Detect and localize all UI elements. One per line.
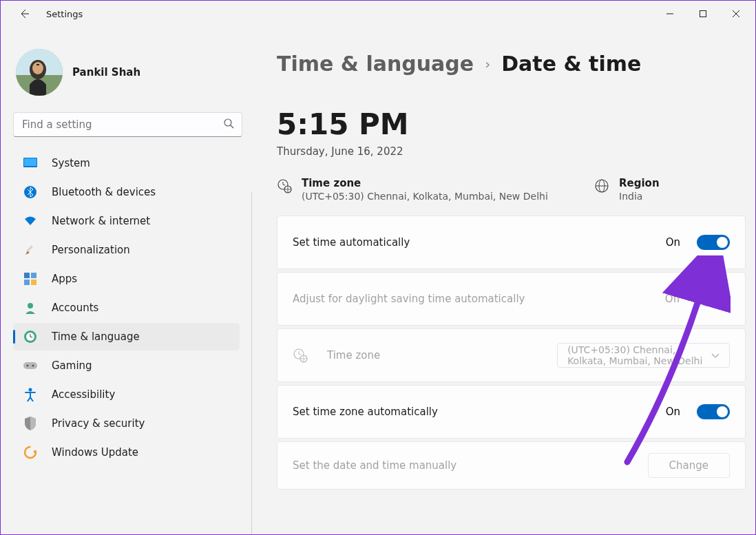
breadcrumb: Time & language › Date & time bbox=[277, 52, 746, 76]
accessibility-icon bbox=[23, 387, 38, 402]
current-time: 5:15 PM bbox=[277, 107, 746, 141]
sidebar-item-system[interactable]: System bbox=[13, 149, 240, 177]
svg-rect-13 bbox=[24, 158, 36, 166]
select-value: (UTC+05:30) Chennai, Kolkata, Mumbai, Ne… bbox=[567, 344, 711, 366]
page-title: Date & time bbox=[501, 52, 641, 76]
svg-rect-18 bbox=[24, 280, 30, 285]
sidebar-item-label: System bbox=[52, 157, 90, 169]
globe-icon bbox=[594, 178, 609, 193]
main-content: Time & language › Date & time 5:15 PM Th… bbox=[252, 27, 755, 534]
nav-list: System Bluetooth & devices Network & int… bbox=[13, 149, 245, 466]
avatar bbox=[16, 49, 63, 96]
sidebar-item-label: Personalization bbox=[52, 244, 130, 256]
card-label: Time zone bbox=[327, 349, 380, 361]
search-input[interactable] bbox=[13, 112, 242, 137]
gaming-icon bbox=[23, 358, 38, 373]
sidebar-item-accounts[interactable]: Accounts bbox=[13, 294, 240, 322]
back-button[interactable] bbox=[14, 4, 34, 23]
card-label: Set the date and time manually bbox=[293, 459, 456, 472]
sidebar-item-bluetooth[interactable]: Bluetooth & devices bbox=[13, 178, 240, 206]
toggle-state: Off bbox=[665, 293, 680, 305]
svg-point-28 bbox=[29, 388, 32, 392]
titlebar: Settings bbox=[1, 1, 755, 27]
svg-rect-1 bbox=[700, 11, 706, 17]
sidebar-item-label: Time & language bbox=[52, 331, 140, 343]
svg-rect-16 bbox=[24, 273, 30, 278]
sidebar-item-label: Gaming bbox=[52, 359, 92, 372]
update-icon bbox=[23, 445, 38, 460]
toggle-set-time-auto[interactable] bbox=[697, 235, 730, 250]
sidebar-item-label: Network & internet bbox=[52, 215, 150, 227]
card-manual-datetime: Set the date and time manually Change bbox=[277, 441, 746, 490]
sidebar-item-label: Accounts bbox=[52, 302, 98, 314]
svg-point-10 bbox=[224, 119, 231, 126]
chevron-right-icon: › bbox=[485, 56, 490, 72]
toggle-state: On bbox=[666, 236, 680, 249]
toggle-dst-auto bbox=[697, 291, 730, 306]
sidebar-item-gaming[interactable]: Gaming bbox=[13, 352, 240, 379]
card-timezone-select: Time zone (UTC+05:30) Chennai, Kolkata, … bbox=[277, 328, 746, 382]
card-set-tz-auto: Set time zone automatically On bbox=[277, 385, 746, 439]
breadcrumb-parent[interactable]: Time & language bbox=[277, 52, 474, 76]
svg-rect-19 bbox=[31, 280, 36, 285]
svg-line-11 bbox=[231, 125, 233, 128]
chevron-down-icon bbox=[711, 350, 720, 361]
sidebar-item-apps[interactable]: Apps bbox=[13, 265, 240, 293]
info-label: Region bbox=[619, 177, 660, 189]
info-value: (UTC+05:30) Chennai, Kolkata, Mumbai, Ne… bbox=[302, 191, 548, 202]
svg-point-20 bbox=[28, 303, 33, 308]
settings-cards: Set time automatically On Adjust for day… bbox=[277, 216, 746, 490]
change-button[interactable]: Change bbox=[648, 453, 730, 478]
region-info[interactable]: Region India bbox=[594, 177, 746, 202]
toggle-state: On bbox=[666, 406, 680, 418]
search-icon bbox=[223, 118, 234, 132]
timezone-select[interactable]: (UTC+05:30) Chennai, Kolkata, Mumbai, Ne… bbox=[557, 343, 730, 368]
info-value: India bbox=[619, 191, 660, 202]
sidebar: Pankil Shah System Bluetooth & devices N… bbox=[1, 27, 252, 534]
info-row: Time zone (UTC+05:30) Chennai, Kolkata, … bbox=[277, 177, 746, 202]
card-label: Set time automatically bbox=[293, 236, 410, 249]
shield-icon bbox=[23, 416, 38, 431]
bluetooth-icon bbox=[23, 185, 38, 200]
user-account[interactable]: Pankil Shah bbox=[16, 49, 245, 96]
user-name: Pankil Shah bbox=[72, 66, 140, 78]
wifi-icon bbox=[23, 213, 38, 229]
svg-line-40 bbox=[299, 354, 301, 355]
current-date: Thursday, June 16, 2022 bbox=[277, 145, 746, 158]
paintbrush-icon bbox=[23, 242, 38, 258]
sidebar-item-time-language[interactable]: Time & language bbox=[13, 323, 240, 350]
info-label: Time zone bbox=[302, 177, 548, 189]
svg-line-33 bbox=[283, 185, 285, 185]
sidebar-item-windows-update[interactable]: Windows Update bbox=[13, 439, 240, 466]
sidebar-item-label: Bluetooth & devices bbox=[52, 186, 156, 198]
card-set-time-auto: Set time automatically On bbox=[277, 216, 746, 269]
sidebar-item-label: Apps bbox=[52, 273, 77, 285]
minimize-button[interactable] bbox=[653, 3, 686, 25]
card-label: Set time zone automatically bbox=[293, 406, 438, 418]
window-title: Settings bbox=[46, 9, 83, 19]
sidebar-item-label: Accessibility bbox=[52, 388, 115, 401]
sidebar-item-label: Privacy & security bbox=[52, 417, 145, 430]
apps-icon bbox=[23, 271, 38, 286]
system-icon bbox=[23, 156, 38, 171]
card-dst-auto: Adjust for daylight saving time automati… bbox=[277, 272, 746, 326]
sidebar-item-privacy[interactable]: Privacy & security bbox=[13, 410, 240, 437]
close-button[interactable] bbox=[720, 3, 753, 25]
sidebar-item-network[interactable]: Network & internet bbox=[13, 207, 240, 235]
timezone-info[interactable]: Time zone (UTC+05:30) Chennai, Kolkata, … bbox=[277, 177, 582, 202]
toggle-set-tz-auto[interactable] bbox=[697, 404, 730, 419]
svg-rect-17 bbox=[31, 273, 36, 278]
accounts-icon bbox=[23, 300, 38, 315]
search-wrap bbox=[13, 112, 242, 137]
svg-point-27 bbox=[32, 365, 34, 367]
sidebar-item-label: Windows Update bbox=[52, 446, 138, 459]
clock-globe-icon bbox=[277, 178, 292, 193]
sidebar-item-personalization[interactable]: Personalization bbox=[13, 236, 240, 264]
window-controls bbox=[653, 3, 753, 25]
scrollbar-track[interactable] bbox=[251, 192, 252, 534]
svg-rect-15 bbox=[27, 245, 33, 251]
card-label: Adjust for daylight saving time automati… bbox=[293, 293, 525, 305]
svg-rect-25 bbox=[23, 362, 37, 369]
sidebar-item-accessibility[interactable]: Accessibility bbox=[13, 381, 240, 408]
maximize-button[interactable] bbox=[686, 3, 720, 25]
